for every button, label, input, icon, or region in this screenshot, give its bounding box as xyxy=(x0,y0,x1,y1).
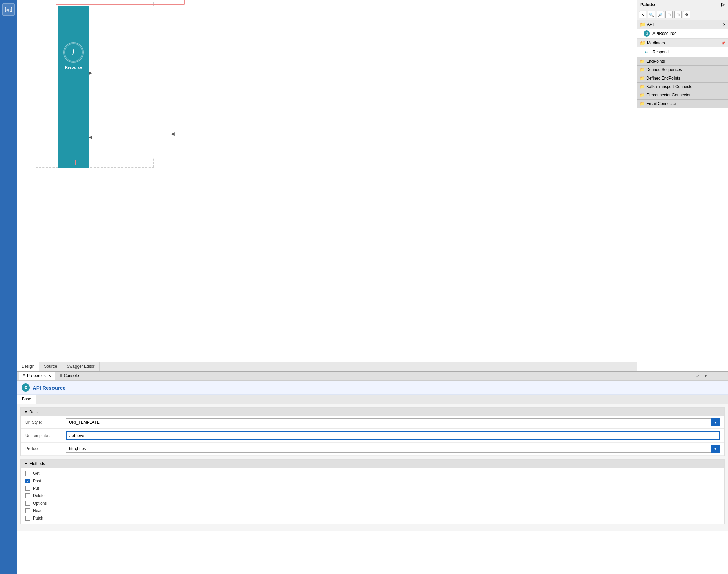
arrow-left-icon: ◀ xyxy=(89,134,92,140)
url-style-select-wrapper: URI_TEMPLATE ▼ xyxy=(66,418,720,426)
kafka-label: KafkaTransport Connector xyxy=(646,84,694,89)
method-put-checkbox[interactable] xyxy=(25,486,30,491)
api-icon[interactable]: {api} xyxy=(2,3,15,16)
uri-template-row: Uri Template : xyxy=(21,429,724,442)
method-delete-label: Delete xyxy=(33,493,45,498)
grid-btn[interactable]: ⊞ xyxy=(674,11,682,18)
palette-section-kafka[interactable]: 📁 KafkaTransport Connector xyxy=(637,83,728,91)
palette-content: 📁 API ⟳ ⚙ APIResource 📁 Medi xyxy=(637,20,728,371)
palette-api-label: API xyxy=(647,22,654,27)
console-label: Console xyxy=(64,373,79,378)
tab-source[interactable]: Source xyxy=(39,362,62,371)
bottom-tab-console[interactable]: 🖥 Console xyxy=(55,372,82,380)
bottom-tab-properties[interactable]: ⊞ Properties ✕ xyxy=(19,372,55,380)
palette-mediators-header[interactable]: 📁 Mediators 📌 xyxy=(637,39,728,47)
palette-section-mediators: 📁 Mediators 📌 ↩ Respond xyxy=(637,39,728,57)
palette-section-email-connector[interactable]: 📁 Email Connector xyxy=(637,100,728,108)
panel-dropdown-btn[interactable]: ▾ xyxy=(702,373,709,379)
inner-panel xyxy=(92,6,173,158)
settings-btn[interactable]: ⚙ xyxy=(683,11,690,18)
palette-api-header[interactable]: 📁 API ⟳ xyxy=(637,20,728,29)
uri-template-label: Uri Template : xyxy=(25,433,66,438)
properties-content: ⚙ API Resource Base ▼ Basic Url Style: xyxy=(17,381,728,574)
basic-label: Basic xyxy=(29,410,39,414)
palette-toolbar: ↖ 🔍 🔎 ⊡ ⊞ ⚙ xyxy=(637,9,728,20)
prop-subsection-basic: ▼ Basic Url Style: URI_TEMPLATE ▼ xyxy=(20,407,725,456)
defined-seq-folder-icon: 📁 xyxy=(640,67,645,72)
tab-design[interactable]: Design xyxy=(17,362,39,371)
url-style-arrow-icon: ▼ xyxy=(711,418,720,426)
select-tool-btn[interactable]: ↖ xyxy=(639,11,646,18)
method-put-row: Put xyxy=(21,485,724,492)
kafka-folder-icon: 📁 xyxy=(640,84,645,89)
resource-icon: / xyxy=(63,42,84,63)
palette-mediators-label: Mediators xyxy=(647,41,665,45)
email-label: Email Connector xyxy=(646,101,677,106)
protocol-select[interactable]: http,https xyxy=(66,445,720,453)
method-post-checkbox[interactable] xyxy=(25,479,30,483)
palette-section-defined-endpoints[interactable]: 📁 Defined EndPoints xyxy=(637,74,728,83)
methods-list: Get Post Put xyxy=(21,468,724,524)
endpoints-folder-icon: 📁 xyxy=(640,59,645,64)
properties-label: Properties xyxy=(27,373,46,378)
protocol-select-wrapper: http,https ▼ xyxy=(66,445,720,453)
methods-header[interactable]: ▼ Methods xyxy=(21,460,724,468)
protocol-label: Protocol: xyxy=(25,446,66,451)
palette-apiresource-label: APIResource xyxy=(652,31,677,36)
method-delete-row: Delete xyxy=(21,492,724,500)
methods-collapse-icon: ▼ xyxy=(24,461,28,466)
method-head-checkbox[interactable] xyxy=(25,508,30,513)
method-options-label: Options xyxy=(33,501,47,506)
url-style-row: Url Style: URI_TEMPLATE ▼ xyxy=(21,416,724,429)
url-style-select[interactable]: URI_TEMPLATE xyxy=(66,418,720,426)
method-head-row: Head xyxy=(21,507,724,514)
palette-expand-icon[interactable]: ▷ xyxy=(721,2,725,7)
apiresource-icon: ⚙ xyxy=(644,30,650,37)
properties-icon: ⊞ xyxy=(22,373,26,378)
console-icon: 🖥 xyxy=(59,373,63,378)
tab-swagger[interactable]: Swagger Editor xyxy=(62,362,100,371)
properties-close-icon[interactable]: ✕ xyxy=(48,374,51,378)
method-get-checkbox[interactable] xyxy=(25,471,30,476)
zoom-in-btn[interactable]: 🔍 xyxy=(648,11,655,18)
prop-tab-base[interactable]: Base xyxy=(17,395,36,404)
bottom-panel: ⊞ Properties ✕ 🖥 Console ⤢ ▾ ─ □ ⚙ xyxy=(17,371,728,574)
dashed-container: / Resource ▶ ◀ ◀ xyxy=(36,2,154,168)
panel-external-btn[interactable]: ⤢ xyxy=(694,373,701,379)
palette-section-api: 📁 API ⟳ ⚙ APIResource xyxy=(637,20,728,39)
palette-header: Palette ▷ xyxy=(637,0,728,9)
palette-item-respond[interactable]: ↩ Respond xyxy=(637,47,728,57)
method-options-row: Options xyxy=(21,500,724,507)
method-options-checkbox[interactable] xyxy=(25,501,30,506)
bottom-panel-actions: ⤢ ▾ ─ □ xyxy=(693,372,726,380)
panel-maximize-btn[interactable]: □ xyxy=(719,373,725,379)
palette-section-file-connector[interactable]: 📁 Fileconnector Connector xyxy=(637,91,728,100)
method-put-label: Put xyxy=(33,486,39,491)
arrow-right-icon: ▶ xyxy=(89,70,92,75)
protocol-arrow-icon: ▼ xyxy=(711,445,720,453)
arrow-right-outer-icon: ◀ xyxy=(171,131,175,136)
palette-section-endpoints[interactable]: 📁 EndPoints xyxy=(637,57,728,66)
palette-item-apiresource[interactable]: ⚙ APIResource xyxy=(637,29,728,38)
method-post-row: Post xyxy=(21,477,724,485)
mediators-folder-icon: 📁 xyxy=(640,40,645,46)
resource-block[interactable]: / Resource xyxy=(58,6,89,168)
uri-template-input[interactable] xyxy=(66,431,720,440)
fit-btn[interactable]: ⊡ xyxy=(665,11,673,18)
zoom-out-btn[interactable]: 🔎 xyxy=(657,11,664,18)
method-delete-checkbox[interactable] xyxy=(25,493,30,498)
resource-label: Resource xyxy=(65,65,82,69)
prop-section-title: ⚙ API Resource xyxy=(17,381,728,395)
file-label: Fileconnector Connector xyxy=(646,93,691,97)
email-folder-icon: 📁 xyxy=(640,101,645,106)
api-resource-title: API Resource xyxy=(33,385,66,391)
palette-section-defined-sequences[interactable]: 📁 Defined Sequences xyxy=(637,66,728,74)
endpoints-label: EndPoints xyxy=(646,59,665,64)
api-folder-icon: 📁 xyxy=(640,22,645,27)
defined-ep-label: Defined EndPoints xyxy=(646,76,680,81)
panel-minimize-btn[interactable]: ─ xyxy=(710,373,717,379)
prop-subsection-basic-header[interactable]: ▼ Basic xyxy=(21,408,724,416)
prop-body: ▼ Basic Url Style: URI_TEMPLATE ▼ xyxy=(17,404,728,531)
protocol-row: Protocol: http,https ▼ xyxy=(21,443,724,455)
method-patch-checkbox[interactable] xyxy=(25,516,30,521)
